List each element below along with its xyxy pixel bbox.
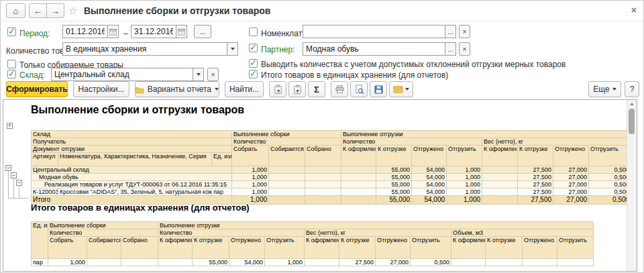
group-row-label[interactable]: Модная обувь [32,174,232,181]
scroll-up-icon[interactable] [630,103,634,105]
warehouse-dropdown-button[interactable] [193,68,204,81]
value-cell: 1,000 [447,166,482,174]
period-from-calendar-button[interactable] [107,25,119,38]
header-cell: Собирается [87,237,121,259]
value-cell: 27,500 [518,181,553,188]
back-button[interactable]: ← [29,3,47,18]
vertical-scrollbar[interactable] [627,100,637,271]
table-row: Реализация товаров и услуг ТДУТ-000063 о… [32,181,631,188]
tree-line [8,198,29,199]
partner-clear-button[interactable]: × [459,42,470,56]
qty-mode-dropdown-button[interactable] [227,42,238,56]
warehouse-select[interactable] [51,68,193,81]
partner-checkbox[interactable] [249,44,258,52]
period-label: Период: [19,29,50,38]
nomenclature-input[interactable] [303,25,445,38]
generate-button[interactable]: Сформировать [6,81,68,97]
nomenclature-clear-button[interactable]: × [459,25,470,38]
value-cell [305,166,341,174]
collapse-groups-icon [292,85,303,95]
favorite-star-icon[interactable]: ☆ [68,5,77,17]
home-icon: ⌂ [13,6,19,16]
warehouse-checkbox[interactable] [7,70,16,78]
value-cell: 55,000 [376,181,412,188]
expand-groups-button[interactable] [269,81,286,97]
print-preview-button[interactable] [350,81,368,97]
header-cell: Собрано [305,146,341,166]
value-cell [482,166,518,174]
deviations-checkbox[interactable] [249,59,258,68]
save-icon [374,85,384,95]
header-cell: Отгрузить [589,146,631,166]
value-cell [482,188,518,196]
warehouse-label: Склад: [19,70,45,80]
sum-button[interactable]: Σ [308,81,325,97]
header-cell: Склад [32,131,232,138]
only-assembled-checkbox[interactable] [7,60,16,68]
value-cell: 55,000 [376,196,412,205]
nomenclature-cell[interactable]: Кроссовки "ADIDAS", 35, Зеленый, 5, нату… [58,188,212,196]
value-cell: 0,500 [589,188,631,196]
value-cell [482,181,518,188]
header-cell: Артикул [32,153,58,166]
value-cell: 1,000 [447,181,482,188]
header-cell: К оформлению [341,146,376,166]
header-cell: Отгрузить [411,237,451,259]
print-preview-icon [354,85,364,95]
collapse-group-document-button[interactable] [16,180,22,186]
totals-flag-checkbox[interactable] [249,70,258,78]
period-to-calendar-button[interactable] [176,25,187,38]
warehouse-clear-button[interactable]: × [207,68,219,81]
save-button[interactable] [370,81,387,97]
email-icon [393,85,403,94]
forward-button[interactable]: → [46,3,64,18]
period-checkbox[interactable] [7,28,16,36]
period-from-input[interactable] [62,25,108,38]
partner-more-button[interactable]: ... [445,42,456,56]
home-button[interactable]: ⌂ [6,3,25,18]
totals-flag-label: Итого товаров в единицах хранения (для о… [261,70,448,80]
send-email-button[interactable] [389,81,413,97]
nomenclature-checkbox[interactable] [249,28,258,36]
value-cell: 1,000 [232,174,269,181]
print-button[interactable] [331,81,348,97]
period-range-separator: – [123,29,128,38]
value-cell: 55,000 [376,188,412,196]
period-more-button[interactable]: ... [194,25,211,38]
collapse-group-receiver-button[interactable] [11,172,17,178]
chevron-down-icon [231,48,235,50]
chevron-down-icon [405,88,409,91]
value-cell [269,188,305,196]
clear-icon: × [211,71,215,78]
more-actions-button[interactable]: Еще [588,81,621,97]
group-row-label[interactable]: Реализация товаров и услуг ТДУТ-000063 о… [32,181,232,188]
expand-all-groups-button[interactable] [7,123,13,129]
value-cell: 0,500 [589,166,631,174]
help-button[interactable]: ? [625,81,639,97]
table-row: К-120003 Кроссовки "ADIDAS", 35, Зеленый… [32,188,631,196]
report-variants-button[interactable]: Варианты отчета [135,81,219,97]
collapse-group-warehouse-button[interactable] [5,165,11,171]
value-cell: 1,000 [232,181,269,188]
value-cell [305,188,341,196]
collapse-groups-button[interactable] [288,81,306,97]
settings-button[interactable]: Настройки... [73,81,129,97]
period-to-input[interactable] [131,25,176,38]
scrollbar-thumb[interactable] [629,109,635,134]
nomenclature-more-button[interactable]: ... [445,25,456,38]
more-actions-label: Еще [593,85,609,94]
find-button[interactable]: Найти... [225,81,264,97]
value-cell [482,196,518,205]
header-cell: Получатель [32,138,232,146]
value-cell: 1,000 [447,174,482,181]
value-cell [486,259,523,266]
qty-mode-select[interactable] [62,42,227,56]
chevron-down-icon [215,88,219,91]
partner-input[interactable] [303,42,445,56]
header-cell: Количество [158,229,305,237]
close-icon[interactable]: × [631,5,637,15]
header-cell: К оформлению [305,237,339,259]
group-row-label[interactable]: Центральный склад [32,166,232,174]
value-cell: 27,000 [553,196,589,205]
header-cell: Отгружено [376,237,411,259]
